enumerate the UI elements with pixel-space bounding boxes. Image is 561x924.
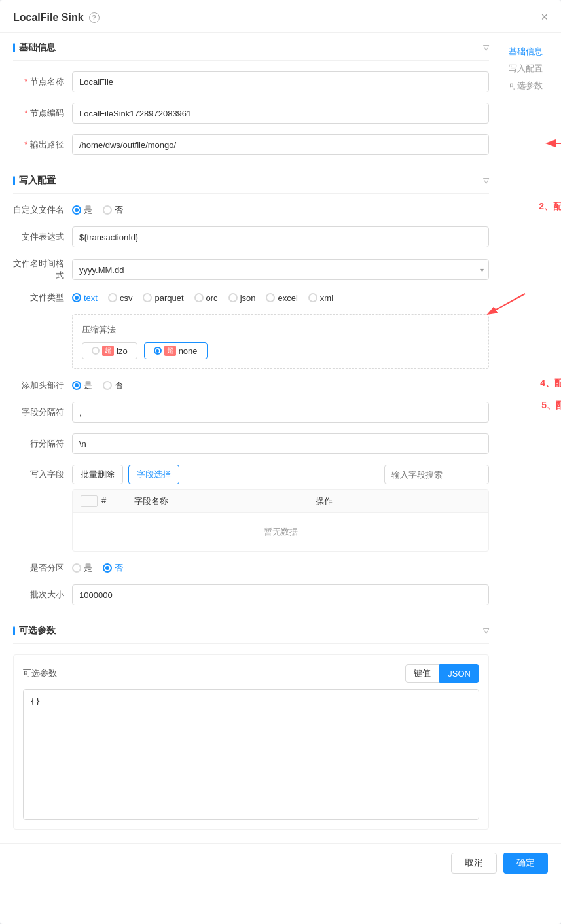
row-sep-input[interactable] [72, 433, 489, 454]
file-time-format-select[interactable]: yyyy.MM.dd [72, 259, 489, 280]
confirm-button[interactable]: 确定 [503, 853, 548, 874]
close-button[interactable]: × [541, 10, 548, 24]
file-type-label: 文件类型 [13, 292, 72, 304]
table-header-check [73, 490, 94, 512]
file-type-orc[interactable]: orc [194, 293, 218, 303]
node-name-row: 节点名称 [13, 71, 489, 92]
node-name-control [72, 71, 489, 92]
nav-optional-params[interactable]: 可选参数 [509, 80, 554, 92]
file-type-csv-label: csv [120, 293, 133, 303]
file-type-parquet[interactable]: parquet [143, 293, 183, 303]
basic-info-title: 基础信息 [13, 42, 56, 54]
table-header-num: # [94, 490, 126, 512]
tab-json[interactable]: JSON [439, 664, 479, 683]
file-type-csv-radio[interactable] [108, 293, 117, 302]
field-sep-control [72, 402, 489, 423]
write-config-section-header[interactable]: 写入配置 ▽ [13, 166, 489, 193]
file-type-xml[interactable]: xml [308, 293, 333, 303]
compress-lzo-btn[interactable]: 超 lzo [82, 342, 137, 359]
file-type-parquet-radio[interactable] [143, 293, 152, 302]
partition-yes-radio[interactable] [72, 563, 81, 573]
write-config-divider [13, 193, 489, 194]
output-path-input[interactable] [72, 134, 489, 155]
add-header-yes-radio[interactable] [72, 381, 81, 390]
file-time-format-label: 文件名时间格式 [13, 258, 72, 281]
add-header-yes-label: 是 [84, 380, 92, 391]
file-type-text[interactable]: text [72, 293, 98, 303]
file-type-text-radio[interactable] [72, 293, 81, 302]
node-name-input[interactable] [72, 71, 489, 92]
field-search-input[interactable] [384, 465, 489, 484]
tab-keyvalue[interactable]: 键值 [405, 664, 439, 683]
optional-params-divider [13, 643, 489, 644]
partition-no-radio[interactable] [103, 563, 112, 573]
row-sep-label: 行分隔符 [13, 438, 72, 450]
optional-params-title: 可选参数 [13, 625, 56, 637]
optional-params-box: 可选参数 键值 JSON {} [13, 654, 489, 830]
fields-toolbar: 批量删除 字段选择 [72, 465, 489, 484]
file-expr-control [72, 226, 489, 247]
add-header-no[interactable]: 否 [103, 380, 123, 391]
dialog-title: LocalFile Sink ? [13, 12, 100, 24]
custom-filename-no[interactable]: 否 [103, 204, 123, 216]
field-sep-label: 字段分隔符 [13, 406, 72, 418]
add-header-yes[interactable]: 是 [72, 380, 92, 391]
compress-none-tag: 超 [164, 346, 176, 356]
partition-no-label: 否 [115, 562, 123, 574]
basic-info-chevron: ▽ [483, 43, 489, 52]
node-code-label: 节点编码 [13, 107, 72, 119]
file-type-json-radio[interactable] [228, 293, 238, 302]
file-expr-input[interactable] [72, 226, 489, 247]
write-config-chevron: ▽ [483, 176, 489, 185]
row-sep-row: 行分隔符 [13, 433, 489, 454]
batch-delete-button[interactable]: 批量删除 [72, 465, 123, 484]
partition-control: 是 否 [72, 562, 489, 574]
nav-write-config[interactable]: 写入配置 [509, 63, 554, 75]
file-type-excel-radio[interactable] [266, 293, 275, 302]
partition-row: 是否分区 是 否 [13, 562, 489, 574]
file-type-text-label: text [84, 293, 98, 303]
node-code-input[interactable] [72, 103, 489, 124]
cancel-button[interactable]: 取消 [451, 853, 497, 874]
custom-filename-yes-label: 是 [84, 204, 92, 216]
dialog: LocalFile Sink ? × 基础信息 ▽ 节点名称 节点编码 [0, 0, 561, 924]
nav-basic-info[interactable]: 基础信息 [509, 46, 554, 58]
custom-filename-no-radio[interactable] [103, 205, 112, 215]
add-header-no-radio[interactable] [103, 381, 112, 390]
dialog-footer: 取消 确定 [0, 843, 561, 883]
custom-filename-yes-radio[interactable] [72, 205, 81, 215]
title-text: LocalFile Sink [13, 12, 84, 24]
basic-info-section-header[interactable]: 基础信息 ▽ [13, 33, 489, 60]
node-name-label: 节点名称 [13, 76, 72, 88]
file-type-excel[interactable]: excel [266, 293, 297, 303]
write-config-title: 写入配置 [13, 175, 56, 187]
output-path-control [72, 134, 489, 155]
file-type-json[interactable]: json [228, 293, 256, 303]
file-type-xml-label: xml [320, 293, 333, 303]
compress-lzo-radio [92, 347, 100, 355]
field-select-button[interactable]: 字段选择 [128, 465, 179, 484]
optional-params-tabs: 键值 JSON [405, 664, 479, 683]
file-type-xml-radio[interactable] [308, 293, 317, 302]
field-sep-input[interactable] [72, 402, 489, 423]
partition-yes[interactable]: 是 [72, 562, 92, 574]
custom-filename-row: 自定义文件名 是 否 2、配置自定义文件名 [13, 204, 489, 216]
batch-size-row: 批次大小 [13, 584, 489, 605]
optional-params-box-title: 可选参数 [23, 667, 57, 679]
table-header-op: 操作 [308, 490, 489, 512]
dialog-header: LocalFile Sink ? × [0, 0, 561, 33]
custom-filename-yes[interactable]: 是 [72, 204, 92, 216]
file-type-csv[interactable]: csv [108, 293, 133, 303]
help-icon[interactable]: ? [89, 12, 100, 23]
partition-no[interactable]: 否 [103, 562, 123, 574]
basic-info-divider [13, 60, 489, 61]
optional-params-section-header[interactable]: 可选参数 ▽ [13, 616, 489, 643]
code-area[interactable]: {} [23, 689, 479, 820]
batch-size-input[interactable] [72, 584, 489, 605]
compress-none-btn[interactable]: 超 none [144, 342, 208, 359]
file-type-orc-radio[interactable] [194, 293, 204, 302]
partition-yes-label: 是 [84, 562, 92, 574]
file-type-parquet-label: parquet [154, 293, 183, 303]
code-content: {} [30, 696, 41, 706]
file-type-json-label: json [240, 293, 256, 303]
